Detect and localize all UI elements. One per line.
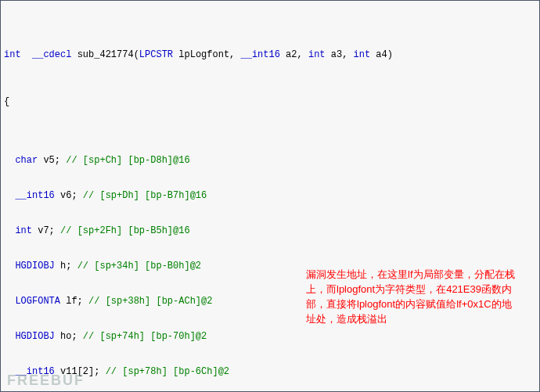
arg2-type: __int16 bbox=[241, 49, 280, 60]
annotation-line: 址处，造成栈溢出 bbox=[306, 311, 540, 326]
arg1-type: LPCSTR bbox=[139, 49, 173, 60]
decl: __int16 v11[2]; // [sp+78h] [bp-6Ch]@2 bbox=[4, 366, 536, 378]
arg3-type: int bbox=[308, 49, 326, 60]
func-name: sub_421774 bbox=[77, 49, 134, 60]
decl-name: v6; bbox=[55, 190, 83, 201]
decl-name: h; bbox=[55, 261, 77, 272]
annotation-line: 漏洞发生地址，在这里lf为局部变量，分配在栈 bbox=[306, 267, 540, 282]
decl-comment: // [sp+74h] [bp-70h]@2 bbox=[83, 331, 207, 342]
arg4-name: a4) bbox=[370, 49, 393, 60]
decl-type: char bbox=[15, 155, 38, 166]
decl-comment: // [sp+78h] [bp-6Ch]@2 bbox=[106, 366, 229, 377]
annotation-line: 上，而lplogfont为字符类型，在421E39函数内 bbox=[306, 282, 540, 297]
decl-name: ho; bbox=[55, 331, 83, 342]
decl-name: v11[2]; bbox=[55, 366, 106, 377]
decl-type: __int16 bbox=[15, 190, 54, 201]
brace-open: { bbox=[4, 96, 536, 108]
decl-comment: // [sp+2Fh] [bp-B5h]@16 bbox=[60, 225, 190, 236]
decl-name: v7; bbox=[32, 225, 60, 236]
arg4-type: int bbox=[354, 49, 371, 60]
arg3-name: a3, bbox=[326, 49, 354, 60]
decl: HGDIOBJ ho; // [sp+74h] [bp-70h]@2 bbox=[4, 331, 536, 343]
decl: int v7; // [sp+2Fh] [bp-B5h]@16 bbox=[4, 225, 536, 237]
decl-comment: // [sp+Dh] [bp-B7h]@16 bbox=[83, 190, 207, 201]
annotation-line: 部，直接将lplogfont的内容赋值给lf+0x1C的地 bbox=[306, 297, 540, 311]
decl-name: v5; bbox=[38, 155, 66, 166]
decl-name: lf; bbox=[60, 296, 88, 307]
call-conv: __cdecl bbox=[32, 49, 71, 60]
decl: char v5; // [sp+Ch] [bp-D8h]@16 bbox=[4, 155, 536, 167]
decl-comment: // [sp+34h] [bp-B0h]@2 bbox=[77, 261, 201, 272]
code-listing: int __cdecl sub_421774(LPCSTR lpLogfont,… bbox=[1, 1, 539, 392]
decl: __int16 v6; // [sp+Dh] [bp-B7h]@16 bbox=[4, 190, 536, 202]
decl-comment: // [sp+38h] [bp-ACh]@2 bbox=[88, 296, 212, 307]
decl-type: HGDIOBJ bbox=[15, 331, 54, 342]
decl-comment: // [sp+Ch] [bp-D8h]@16 bbox=[66, 155, 189, 166]
decl-type: LOGFONTA bbox=[15, 296, 60, 307]
arg1-name: lpLogfont, bbox=[173, 49, 240, 60]
ret-type: int bbox=[4, 49, 21, 60]
decl-type: int bbox=[15, 225, 32, 236]
arg2-name: a2, bbox=[280, 49, 308, 60]
decl-type: HGDIOBJ bbox=[15, 261, 54, 272]
code-frame: int __cdecl sub_421774(LPCSTR lpLogfont,… bbox=[0, 0, 540, 392]
vuln-annotation: 漏洞发生地址，在这里lf为局部变量，分配在栈 上，而lplogfont为字符类型… bbox=[306, 267, 540, 326]
decl-type: __int16 bbox=[15, 366, 54, 377]
func-signature: int __cdecl sub_421774(LPCSTR lpLogfont,… bbox=[4, 49, 536, 61]
args-open: ( bbox=[134, 49, 139, 60]
